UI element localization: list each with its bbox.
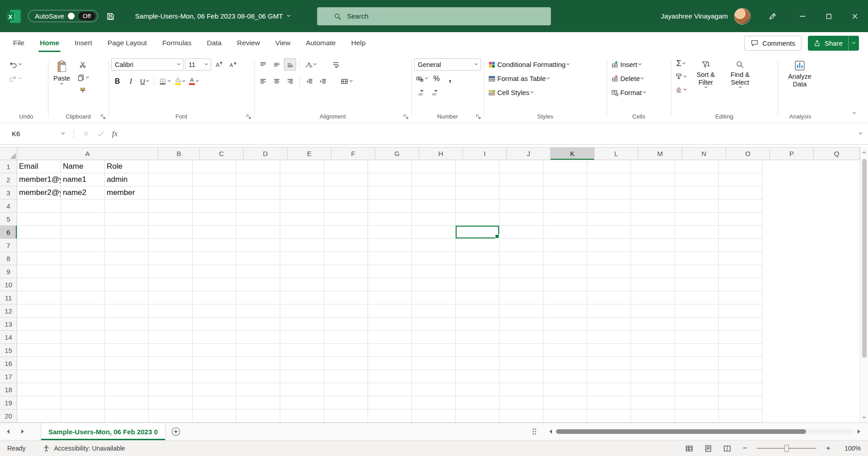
cell-C2[interactable]: admin [105, 173, 149, 186]
cell-A1[interactable]: Email [17, 160, 61, 173]
save-button[interactable] [101, 7, 120, 26]
cell-L4[interactable] [500, 200, 543, 213]
cell-C10[interactable] [105, 278, 149, 291]
cell-P6[interactable] [675, 226, 719, 239]
cell-L7[interactable] [500, 239, 543, 252]
format-painter-button[interactable] [75, 85, 90, 97]
cell-H14[interactable] [324, 331, 368, 344]
cell-C16[interactable] [105, 357, 149, 370]
cell-H1[interactable] [324, 160, 368, 173]
zoom-slider-thumb[interactable] [784, 445, 789, 452]
cell-E2[interactable] [193, 173, 236, 186]
paste-button[interactable]: Paste [51, 57, 73, 97]
cell-I8[interactable] [368, 252, 412, 265]
cell-A2[interactable]: member1@yourCompany.com [17, 173, 61, 186]
cell-F4[interactable] [236, 200, 280, 213]
cell-D20[interactable] [149, 409, 193, 423]
cell-L8[interactable] [500, 252, 543, 265]
cell-K5[interactable] [456, 213, 500, 226]
cell-I14[interactable] [368, 331, 412, 344]
cell-E6[interactable] [193, 226, 236, 239]
cell-I3[interactable] [368, 186, 412, 200]
formula-input[interactable] [122, 127, 854, 141]
cell-O12[interactable] [631, 304, 675, 318]
share-dropdown[interactable] [848, 36, 859, 51]
cell-B16[interactable] [61, 357, 105, 370]
cell-O19[interactable] [631, 396, 675, 409]
cell-N1[interactable] [587, 160, 631, 173]
cell-L15[interactable] [500, 344, 543, 357]
cell-G13[interactable] [280, 318, 324, 331]
cell-M2[interactable] [543, 173, 587, 186]
cell-E9[interactable] [193, 265, 236, 278]
cell-E10[interactable] [193, 278, 236, 291]
increase-font-button[interactable]: A [212, 58, 225, 71]
cell-K7[interactable] [456, 239, 500, 252]
row-header-8[interactable]: 8 [0, 252, 17, 265]
cell-B12[interactable] [61, 304, 105, 318]
cell-E14[interactable] [193, 331, 236, 344]
cell-O5[interactable] [631, 213, 675, 226]
cell-O11[interactable] [631, 291, 675, 304]
cell-L5[interactable] [500, 213, 543, 226]
cell-F10[interactable] [236, 278, 280, 291]
cell-P14[interactable] [675, 331, 719, 344]
cell-C7[interactable] [105, 239, 149, 252]
cell-L16[interactable] [500, 357, 543, 370]
cell-N19[interactable] [587, 396, 631, 409]
cell-M8[interactable] [543, 252, 587, 265]
cell-H2[interactable] [324, 173, 368, 186]
cell-F2[interactable] [236, 173, 280, 186]
cell-H9[interactable] [324, 265, 368, 278]
cell-I13[interactable] [368, 318, 412, 331]
cell-J12[interactable] [412, 304, 456, 318]
cell-P16[interactable] [675, 357, 719, 370]
wrap-text-button[interactable] [330, 58, 342, 71]
cell-J5[interactable] [412, 213, 456, 226]
cell-L13[interactable] [500, 318, 543, 331]
row-header-14[interactable]: 14 [0, 331, 17, 344]
tab-data[interactable]: Data [199, 32, 229, 54]
cell-P8[interactable] [675, 252, 719, 265]
align-center-button[interactable] [270, 75, 283, 87]
cell-D11[interactable] [149, 291, 193, 304]
delete-cells-button[interactable]: Delete [609, 72, 645, 85]
cell-C19[interactable] [105, 396, 149, 409]
cell-L14[interactable] [500, 331, 543, 344]
format-as-table-button[interactable]: Format as Table [486, 72, 551, 85]
cell-Q4[interactable] [719, 200, 763, 213]
cell-Q18[interactable] [719, 383, 763, 396]
cell-C18[interactable] [105, 383, 149, 396]
cell-K9[interactable] [456, 265, 500, 278]
cell-L2[interactable] [500, 173, 543, 186]
cell-K12[interactable] [456, 304, 500, 318]
cell-M4[interactable] [543, 200, 587, 213]
tab-help[interactable]: Help [344, 32, 373, 54]
cell-J6[interactable] [412, 226, 456, 239]
user-avatar[interactable] [734, 8, 750, 24]
cell-D17[interactable] [149, 370, 193, 383]
cell-O1[interactable] [631, 160, 675, 173]
cell-E20[interactable] [193, 409, 236, 423]
cell-D5[interactable] [149, 213, 193, 226]
excel-logo-icon[interactable]: X [5, 8, 22, 24]
cell-I9[interactable] [368, 265, 412, 278]
cell-N9[interactable] [587, 265, 631, 278]
cell-N18[interactable] [587, 383, 631, 396]
bold-button[interactable]: B [111, 75, 123, 87]
format-cells-button[interactable]: Format [609, 86, 647, 99]
conditional-formatting-button[interactable]: Conditional Formatting [486, 58, 571, 71]
tab-automate[interactable]: Automate [298, 32, 343, 54]
row-header-4[interactable]: 4 [0, 200, 17, 213]
cell-Q17[interactable] [719, 370, 763, 383]
cell-J7[interactable] [412, 239, 456, 252]
cell-F15[interactable] [236, 344, 280, 357]
column-header-K[interactable]: K [551, 147, 594, 160]
column-header-I[interactable]: I [463, 147, 507, 160]
cell-E1[interactable] [193, 160, 236, 173]
cell-H18[interactable] [324, 383, 368, 396]
cell-I2[interactable] [368, 173, 412, 186]
cell-G16[interactable] [280, 357, 324, 370]
cell-A16[interactable] [17, 357, 61, 370]
cell-M6[interactable] [543, 226, 587, 239]
